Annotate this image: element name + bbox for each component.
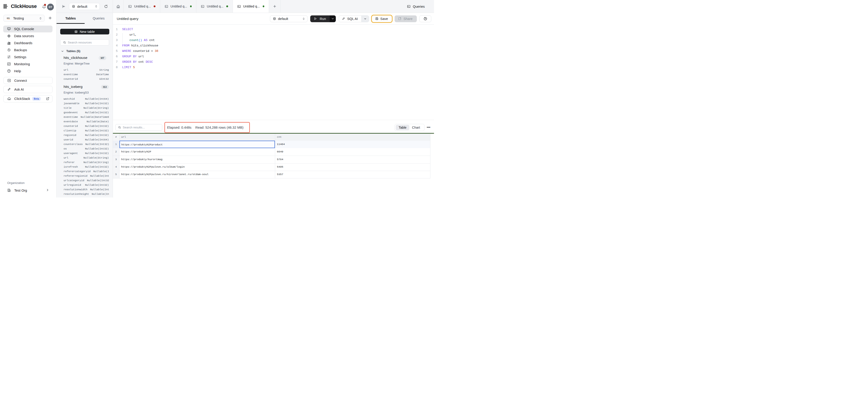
svg-text:aws: aws	[7, 17, 10, 19]
